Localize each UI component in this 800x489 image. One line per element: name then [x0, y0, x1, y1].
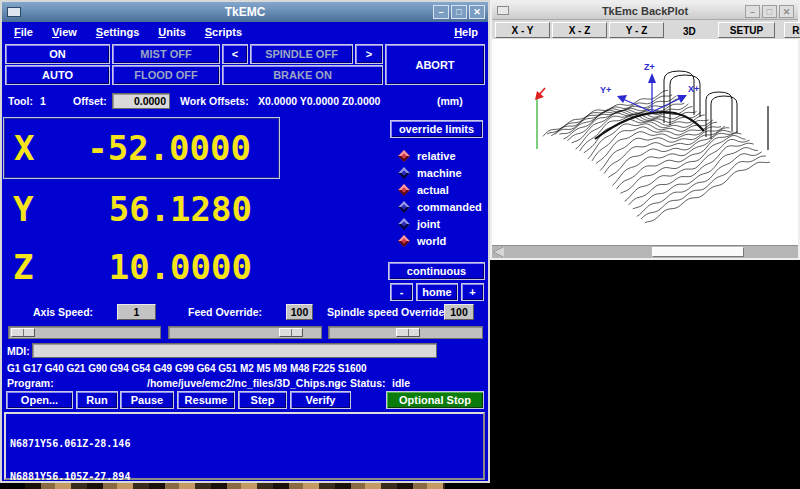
- abort-button[interactable]: ABORT: [385, 44, 485, 85]
- scrollbar-thumb[interactable]: [652, 247, 744, 257]
- program-label: Program:: [7, 377, 54, 389]
- close-icon[interactable]: ✕: [469, 5, 485, 19]
- tool-label: Tool:: [8, 95, 33, 107]
- program-line: N6871Y56.061Z-28.146: [10, 438, 479, 449]
- menu-view[interactable]: View: [52, 26, 77, 38]
- maximize-icon[interactable]: □: [451, 5, 467, 19]
- feed-override-slider[interactable]: [168, 326, 322, 339]
- axis-letter: X: [14, 128, 34, 168]
- view-xz-button[interactable]: X - Z: [552, 22, 607, 38]
- radio-diamond-icon: [398, 235, 409, 246]
- machine-on-button[interactable]: ON: [5, 44, 110, 64]
- override-limits-button[interactable]: override limits: [390, 120, 483, 138]
- radio-machine[interactable]: machine: [400, 167, 462, 179]
- optional-stop-button[interactable]: Optional Stop: [386, 391, 484, 409]
- status-label: Status:: [350, 377, 386, 389]
- spindle-override-label: Spindle speed Override:: [327, 306, 448, 318]
- backplot-scrollbar[interactable]: [492, 245, 798, 258]
- radio-actual[interactable]: actual: [400, 184, 449, 196]
- radio-diamond-icon: [398, 218, 409, 229]
- slider-handle[interactable]: [11, 328, 35, 337]
- jog-minus-button[interactable]: -: [390, 283, 413, 301]
- maximize-icon[interactable]: □: [762, 5, 777, 18]
- radio-commanded[interactable]: commanded: [400, 201, 482, 213]
- step-button[interactable]: Step: [238, 391, 287, 409]
- brake-button[interactable]: BRAKE ON: [222, 65, 383, 85]
- view-yz-button[interactable]: Y - Z: [609, 22, 664, 38]
- spindle-decrease-button[interactable]: <: [222, 44, 248, 64]
- spindle-override-value: 100: [444, 304, 474, 320]
- status-dash: -: [337, 377, 341, 389]
- work-offsets-label: Work Offsets:: [180, 95, 249, 107]
- verify-button[interactable]: Verify: [290, 391, 351, 409]
- axis-display-y[interactable]: Y 56.1280: [3, 182, 280, 236]
- run-button[interactable]: Run: [76, 391, 118, 409]
- svg-text:Y+: Y+: [600, 85, 611, 95]
- radio-relative[interactable]: relative: [400, 150, 456, 162]
- axis-letter: Y: [13, 189, 33, 229]
- offset-entry[interactable]: 0.0000: [112, 93, 170, 109]
- setup-button[interactable]: SETUP: [718, 22, 775, 38]
- radio-diamond-icon: [398, 150, 409, 161]
- feed-override-label: Feed Override:: [188, 306, 262, 318]
- menubar: File View Settings Units Scripts Help: [2, 22, 488, 42]
- backplot-wireframe: Z+Y+X+: [492, 39, 798, 245]
- active-gcodes: G1 G17 G40 G21 G90 G94 G54 G49 G99 G64 G…: [7, 363, 367, 374]
- menu-file[interactable]: File: [14, 26, 33, 38]
- radio-diamond-icon: [398, 167, 409, 178]
- svg-text:Z+: Z+: [644, 62, 655, 72]
- menu-help[interactable]: Help: [454, 26, 478, 38]
- axis-speed-label: Axis Speed:: [33, 306, 93, 318]
- close-icon[interactable]: ✕: [779, 5, 794, 18]
- minimize-icon[interactable]: –: [433, 5, 449, 19]
- spindle-override-slider[interactable]: [328, 326, 483, 339]
- tkemc-window: TkEMC – □ ✕ File View Settings Units Scr…: [0, 0, 490, 483]
- program-text-area[interactable]: N6871Y56.061Z-28.146 N6881Y56.105Z-27.89…: [4, 412, 485, 480]
- axis-value: -52.0000: [87, 128, 251, 168]
- view-3d-label[interactable]: 3D: [683, 26, 696, 37]
- titlebar[interactable]: TkEMC – □ ✕: [2, 2, 488, 22]
- axis-display-x[interactable]: X -52.0000: [3, 117, 280, 179]
- mode-auto-button[interactable]: AUTO: [5, 65, 110, 85]
- jog-plus-button[interactable]: +: [461, 283, 484, 301]
- units-label: (mm): [437, 95, 463, 107]
- radio-diamond-icon: [398, 201, 409, 212]
- flood-button[interactable]: FLOOD OFF: [112, 65, 220, 85]
- slider-handle[interactable]: [279, 328, 303, 337]
- mdi-label: MDI:: [7, 345, 30, 357]
- spindle-button[interactable]: SPINDLE OFF: [250, 44, 353, 64]
- axis-speed-slider[interactable]: [8, 326, 161, 339]
- mist-button[interactable]: MIST OFF: [112, 44, 220, 64]
- pause-button[interactable]: Pause: [120, 391, 174, 409]
- resume-button[interactable]: Resume: [177, 391, 235, 409]
- program-path: /home/juve/emc2/nc_files/3D_Chips.ngc: [147, 377, 347, 389]
- axis-speed-value: 1: [117, 304, 156, 320]
- axis-display-z[interactable]: Z 10.0000: [3, 240, 280, 294]
- axis-letter: Z: [13, 247, 33, 287]
- spindle-increase-button[interactable]: >: [355, 44, 383, 64]
- minimize-icon[interactable]: –: [745, 5, 760, 18]
- feed-override-value: 100: [286, 304, 313, 320]
- open-button[interactable]: Open...: [6, 391, 73, 409]
- home-button[interactable]: home: [416, 283, 458, 301]
- scroll-left-icon[interactable]: [494, 247, 504, 257]
- backplot-titlebar[interactable]: TkEmc BackPlot – □ ✕: [492, 2, 798, 20]
- view-xy-button[interactable]: X - Y: [495, 22, 550, 38]
- jog-mode-button[interactable]: continuous: [388, 262, 485, 280]
- menu-settings[interactable]: Settings: [96, 26, 139, 38]
- svg-text:X+: X+: [688, 84, 699, 94]
- radio-world[interactable]: world: [400, 235, 446, 247]
- menu-units[interactable]: Units: [158, 26, 186, 38]
- backplot-window: TkEmc BackPlot – □ ✕ X - Y X - Z Y - Z 3…: [490, 0, 800, 260]
- menu-scripts[interactable]: Scripts: [205, 26, 242, 38]
- program-line: N6881Y56.105Z-27.894: [10, 471, 479, 482]
- radio-diamond-icon: [398, 184, 409, 195]
- window-title: TkEMC: [2, 5, 488, 19]
- backplot-canvas[interactable]: Z+Y+X+: [492, 39, 798, 245]
- reset-button[interactable]: RESET: [784, 22, 800, 38]
- slider-handle[interactable]: [396, 328, 420, 337]
- mdi-input[interactable]: [32, 343, 437, 358]
- offset-label: Offset:: [73, 95, 107, 107]
- radio-joint[interactable]: joint: [400, 218, 440, 230]
- axis-value: 10.0000: [109, 247, 252, 287]
